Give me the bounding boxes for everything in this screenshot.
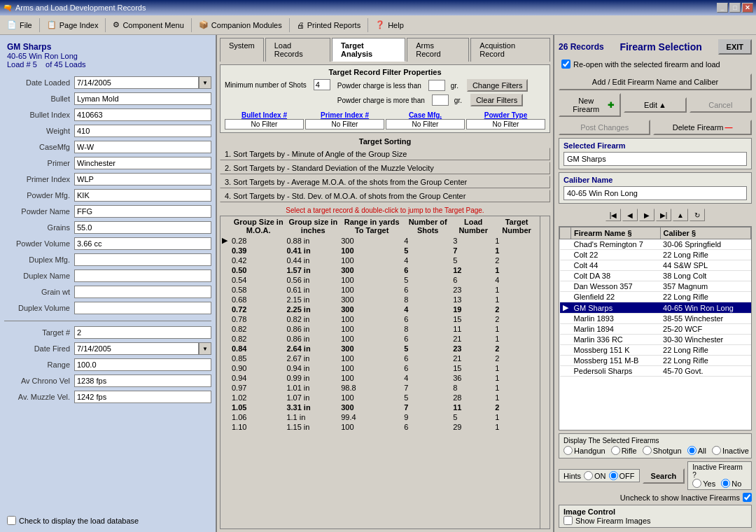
inactive-yes[interactable]: Yes bbox=[692, 479, 715, 488]
close-button[interactable]: ✕ bbox=[742, 3, 753, 13]
table-row[interactable]: 0.900.94 in1006151 bbox=[222, 364, 538, 372]
tab-system[interactable]: System bbox=[220, 38, 264, 62]
bullet-index-filter-label[interactable]: Bullet Index # bbox=[225, 111, 304, 119]
case-mfg-filter-label[interactable]: Case Mfg. bbox=[386, 111, 465, 119]
powder-more-input[interactable] bbox=[432, 94, 449, 106]
primer-input[interactable] bbox=[74, 157, 211, 169]
data-table-scroll[interactable]: Group Size in M.O.A. Group size in inche… bbox=[220, 216, 540, 528]
radio-all[interactable]: All bbox=[687, 446, 706, 455]
bullet-index-input[interactable] bbox=[74, 108, 211, 121]
sort-item-3[interactable]: 3. Sort Targets by - Average M.O.A. of t… bbox=[220, 176, 550, 188]
radio-rifle[interactable]: Rifle bbox=[611, 446, 637, 455]
show-firearm-images-checkbox[interactable] bbox=[564, 516, 573, 525]
table-row[interactable]: 0.971.01 in98.8781 bbox=[222, 384, 538, 392]
handgun-radio[interactable] bbox=[564, 446, 573, 455]
list-item[interactable]: Marlin 336 RC30-30 Winchester bbox=[560, 335, 751, 345]
th-range[interactable]: Range in yards To Target bbox=[341, 218, 402, 234]
min-shots-input[interactable] bbox=[314, 79, 330, 90]
table-row[interactable]: 0.940.99 in1004361 bbox=[222, 374, 538, 382]
tab-arms-record[interactable]: Arms Record bbox=[407, 38, 469, 62]
clear-filters-button[interactable]: Clear Filters bbox=[470, 94, 523, 106]
menu-help[interactable]: ❓ Help bbox=[368, 15, 411, 34]
primer-index-filter-label[interactable]: Primer Index # bbox=[305, 111, 384, 119]
tab-target-analysis[interactable]: Target Analysis bbox=[332, 38, 405, 62]
range-input[interactable] bbox=[74, 358, 211, 371]
date-loaded-dropdown[interactable]: ▼ bbox=[199, 76, 211, 89]
restore-button[interactable]: □ bbox=[729, 3, 741, 13]
th-load-num[interactable]: Load Number bbox=[453, 218, 493, 234]
menu-file[interactable]: 📄 File bbox=[0, 15, 39, 34]
list-item[interactable]: Mossberg 151 M-B22 Long Rifle bbox=[560, 356, 751, 366]
table-row[interactable]: 0.540.56 in100564 bbox=[222, 276, 538, 284]
duplex-name-input[interactable] bbox=[74, 270, 211, 282]
inactive-no[interactable]: No bbox=[721, 479, 741, 488]
list-item[interactable]: Chad's Remington 730-06 Springfield bbox=[560, 239, 751, 250]
list-item[interactable]: Glenfield 2222 Long Rifle bbox=[560, 292, 751, 302]
powder-less-input[interactable] bbox=[428, 80, 445, 91]
nav-up-button[interactable]: ▲ bbox=[673, 209, 688, 221]
date-fired-dropdown[interactable]: ▼ bbox=[199, 342, 211, 355]
inactive-yes-radio[interactable] bbox=[692, 479, 701, 488]
th-caliber[interactable]: Caliber § bbox=[660, 227, 750, 239]
target-num-input[interactable] bbox=[74, 326, 211, 339]
date-fired-input[interactable] bbox=[74, 342, 199, 355]
sort-item-1[interactable]: 1. Sort Targets by - Minute of Angle of … bbox=[220, 148, 550, 160]
new-firearm-button[interactable]: New Firearm ✚ bbox=[559, 93, 621, 117]
th-firearm-name[interactable]: Firearm Name § bbox=[571, 227, 661, 239]
sort-item-4[interactable]: 4. Sort Targets by - Std. Dev. of M.O.A.… bbox=[220, 190, 550, 202]
list-item[interactable]: Marlin 189338-55 Winchester bbox=[560, 314, 751, 324]
hints-on-radio[interactable] bbox=[584, 471, 593, 480]
table-row[interactable]: 1.101.15 in1006291 bbox=[222, 423, 538, 431]
table-row[interactable]: 1.021.07 in1005281 bbox=[222, 393, 538, 402]
table-row[interactable]: 1.053.31 in3007112 bbox=[222, 403, 538, 412]
th-group-moa[interactable]: Group Size in M.O.A. bbox=[232, 218, 285, 234]
caliber-name-input[interactable] bbox=[564, 186, 747, 200]
minimize-button[interactable]: _ bbox=[717, 3, 728, 13]
list-item[interactable]: ▶GM Sharps40-65 Win Ron Long bbox=[560, 302, 751, 314]
av-chrono-input[interactable] bbox=[74, 374, 211, 387]
list-item[interactable]: Colt DA 3838 Long Colt bbox=[560, 271, 751, 281]
grains-input[interactable] bbox=[74, 221, 211, 234]
th-group-inches[interactable]: Group size in inches bbox=[286, 218, 340, 234]
table-row[interactable]: 0.501.57 in3006121 bbox=[222, 266, 538, 274]
date-loaded-input[interactable] bbox=[74, 76, 199, 89]
powder-mfg-input[interactable] bbox=[74, 189, 211, 202]
table-row[interactable]: 0.780.82 in1006152 bbox=[222, 315, 538, 323]
table-row[interactable]: 0.390.41 in100571 bbox=[222, 246, 538, 255]
nav-prev-button[interactable]: ◀ bbox=[622, 209, 638, 221]
radio-shotgun[interactable]: Shotgun bbox=[643, 446, 682, 455]
av-muzzle-input[interactable] bbox=[74, 391, 211, 403]
duplex-volume-input[interactable] bbox=[74, 302, 211, 314]
weight-input[interactable] bbox=[74, 125, 211, 137]
radio-inactive[interactable]: Inactive bbox=[712, 446, 749, 455]
powder-name-input[interactable] bbox=[74, 205, 211, 218]
duplex-mfg-input[interactable] bbox=[74, 253, 211, 266]
menu-reports[interactable]: 🖨 Printed Reports bbox=[290, 15, 368, 34]
menu-component[interactable]: ⚙ Component Menu bbox=[106, 15, 190, 34]
table-row[interactable]: 0.580.61 in1006231 bbox=[222, 286, 538, 294]
table-row[interactable]: 0.682.15 in3008131 bbox=[222, 295, 538, 304]
inactive-radio[interactable] bbox=[712, 446, 721, 455]
table-row[interactable]: 0.722.25 in3004192 bbox=[222, 305, 538, 314]
exit-button[interactable]: EXIT bbox=[718, 39, 752, 55]
grain-wt-input[interactable] bbox=[74, 286, 211, 298]
nav-first-button[interactable]: |◀ bbox=[606, 209, 621, 221]
table-row[interactable]: 0.420.44 in100452 bbox=[222, 256, 538, 265]
selected-firearm-input[interactable] bbox=[564, 152, 747, 166]
table-row[interactable]: 1.061.1 in99.4951 bbox=[222, 413, 538, 421]
tab-acquistion-record[interactable]: Acquistion Record bbox=[470, 38, 550, 62]
nav-last-button[interactable]: ▶| bbox=[656, 209, 671, 221]
sort-item-2[interactable]: 2. Sort Targets by - Standard Deviation … bbox=[220, 162, 550, 174]
primer-index-input[interactable] bbox=[74, 173, 211, 186]
menu-page-index[interactable]: 📋 Page Index bbox=[40, 15, 106, 34]
inactive-no-radio[interactable] bbox=[721, 479, 730, 488]
list-item[interactable]: Mossberg 151 K22 Long Rifle bbox=[560, 345, 751, 356]
bullet-input[interactable] bbox=[74, 92, 211, 105]
list-item[interactable]: Marlin 189425-20 WCF bbox=[560, 324, 751, 335]
table-row[interactable]: 0.820.86 in1006211 bbox=[222, 335, 538, 343]
powder-type-filter-label[interactable]: Powder Type bbox=[466, 111, 545, 119]
list-item[interactable]: Pedersoli Sharps45-70 Govt. bbox=[560, 366, 751, 377]
hints-off-radio[interactable] bbox=[609, 471, 618, 480]
table-row[interactable]: 0.842.64 in3005232 bbox=[222, 344, 538, 353]
rifle-radio[interactable] bbox=[611, 446, 620, 455]
